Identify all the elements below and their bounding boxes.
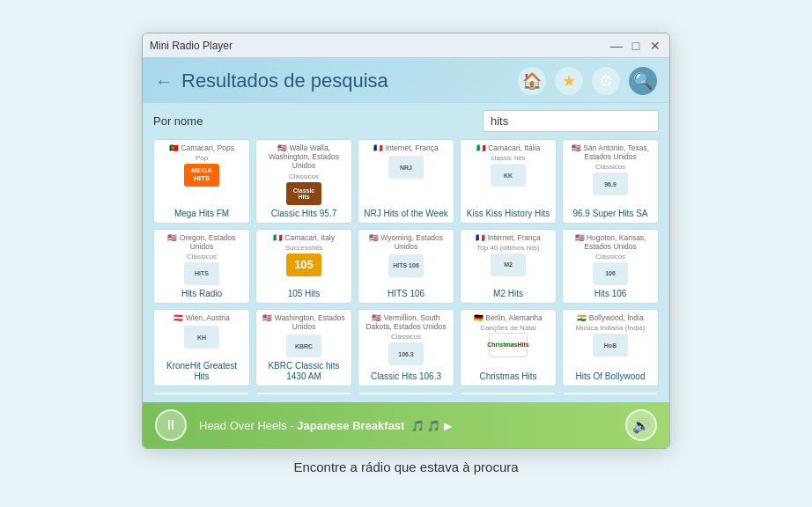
search-row: Por nome bbox=[153, 110, 659, 132]
station-location: 🇺🇸 Oregon, Estados Unidos bbox=[158, 233, 246, 251]
station-location: 🇮🇳 Bollywood, Índia bbox=[566, 313, 654, 322]
station-category: Clássicos bbox=[289, 173, 319, 180]
artist-name: Japanese Breakfast bbox=[297, 419, 404, 432]
station-card[interactable]: 🇺🇸 Sioux Falls, South Dakota, Estados Un… bbox=[255, 392, 352, 394]
station-location: 🇵🇹 Camacari, Pops bbox=[158, 143, 246, 152]
search-button[interactable]: 🔍 bbox=[629, 67, 657, 95]
station-name: HITS 106 bbox=[388, 289, 424, 299]
station-location: 🇩🇪 Berlin, Alemanha bbox=[464, 313, 552, 322]
home-icon: 🏠 bbox=[522, 71, 542, 91]
player-bar: ⏸ Head Over Heels - Japanese Breakfast 🎵… bbox=[143, 402, 669, 448]
home-button[interactable]: 🏠 bbox=[518, 67, 546, 95]
station-name: Kiss Kiss History Hits bbox=[467, 209, 550, 219]
station-card[interactable]: 🇫🇷 Internet, FrançaNRJNRJ Hits of the We… bbox=[358, 139, 454, 224]
station-name: Hits 106 bbox=[594, 289, 627, 299]
station-card[interactable]: 🇺🇸 Hugoton, Kansas, Estados UnidosClássi… bbox=[562, 229, 659, 304]
station-card[interactable]: 🇩🇪 Internet, Alemanha1A1A Party Hits bbox=[562, 392, 659, 394]
station-name: Hits Of Bollywood bbox=[576, 371, 646, 382]
station-card[interactable]: 🇺🇸 Vermillion, South Dakota, Estados Uni… bbox=[358, 309, 454, 386]
star-icon: ★ bbox=[562, 71, 576, 91]
station-card[interactable]: 🇩🇪 ABAntenne Bayern 80er Kulthits bbox=[153, 392, 250, 394]
caption: Encontre a rádio que estava à procura bbox=[293, 459, 518, 474]
station-logo: KH bbox=[182, 324, 221, 350]
station-card[interactable]: 🇩🇪 Berlin, AlemanhaCanções de NatalChris… bbox=[460, 309, 557, 386]
titlebar-controls: — □ ✕ bbox=[609, 39, 662, 53]
station-card[interactable]: 🇺🇸 San Antonio, Texas, Estados UnidosClá… bbox=[562, 139, 659, 224]
station-name: Classic Hits 106.3 bbox=[371, 371, 441, 382]
titlebar: Mini Radio Player — □ ✕ bbox=[143, 33, 669, 58]
app-window: Mini Radio Player — □ ✕ ← Resultados de … bbox=[142, 33, 670, 449]
station-location: 🇫🇷 Internet, França bbox=[464, 233, 552, 242]
station-card[interactable]: 🇺🇸 Walla Walla, Washington, Estados Unid… bbox=[255, 139, 352, 224]
pause-icon: ⏸ bbox=[164, 417, 178, 433]
station-card[interactable]: 🇫🇷 Internet, FrançaTop 40 (últimos hits)… bbox=[460, 229, 557, 304]
station-category: Successhits bbox=[285, 244, 323, 252]
station-card[interactable]: 🇺🇸 Washington, Estados UnidosKBRCKBRC Cl… bbox=[255, 309, 352, 386]
station-name: Hits Radio bbox=[181, 289, 222, 299]
search-input[interactable] bbox=[483, 110, 659, 132]
close-button[interactable]: ✕ bbox=[648, 39, 662, 53]
station-logo: Classic Hits bbox=[284, 180, 323, 207]
station-logo: HITS 106 bbox=[387, 253, 425, 279]
station-card[interactable]: 🇩🇪 Internet, Alemanha1A1A 2000er Hits bbox=[358, 392, 454, 394]
station-card[interactable]: 🇮🇹 Camacari, Itáliaclassic hitsKKKiss Ki… bbox=[460, 139, 557, 224]
content-area: Por nome 🇵🇹 Camacari, PopsPopMEGA HITSMe… bbox=[143, 103, 669, 402]
station-category: Clássicos bbox=[187, 253, 217, 261]
station-location: 🇮🇹 Camacari, Italy bbox=[260, 233, 348, 242]
pause-button[interactable]: ⏸ bbox=[155, 409, 187, 441]
station-logo: KK bbox=[489, 162, 528, 188]
station-card[interactable]: 🇺🇸 Oregon, Estados UnidosClássicosHITSHi… bbox=[153, 229, 250, 304]
station-name: NRJ Hits of the Week bbox=[364, 209, 447, 219]
header-icons: 🏠 ★ ⚙ 🔍 bbox=[518, 67, 657, 95]
station-card[interactable]: 🇮🇹 Camacari, ItalySuccesshits105105 Hits bbox=[255, 229, 352, 304]
maximize-button[interactable]: □ bbox=[629, 39, 643, 53]
station-location: 🇺🇸 Vermillion, South Dakota, Estados Uni… bbox=[362, 313, 450, 331]
station-name: KBRC Classic hits 1430 AM bbox=[260, 361, 348, 382]
volume-button[interactable]: 🔊 bbox=[625, 409, 657, 441]
player-extra-icons: 🎵 🎵 ▶ bbox=[411, 420, 452, 432]
station-location: 🇺🇸 Walla Walla, Washington, Estados Unid… bbox=[260, 143, 348, 171]
station-category: Pop bbox=[196, 154, 208, 162]
station-logo: NRJ bbox=[387, 154, 425, 180]
settings-button[interactable]: ⚙ bbox=[592, 67, 620, 95]
station-category: Clássicos bbox=[595, 253, 625, 261]
station-logo: ChristmasHits bbox=[489, 332, 528, 358]
screenshot-wrapper: Mini Radio Player — □ ✕ ← Resultados de … bbox=[142, 33, 670, 474]
station-location: 🇦🇹 Wien, Austria bbox=[158, 313, 246, 322]
station-logo: 106.3 bbox=[387, 341, 425, 367]
station-location: 🇺🇸 Hugoton, Kansas, Estados Unidos bbox=[566, 233, 654, 251]
station-category: Clássicos bbox=[595, 163, 625, 171]
station-card[interactable]: 🇦🇹 Wien, AustriaKHKroneHit Greatest Hits bbox=[153, 309, 250, 386]
volume-icon: 🔊 bbox=[632, 417, 650, 434]
now-playing: Head Over Heels - Japanese Breakfast 🎵 🎵… bbox=[199, 419, 613, 432]
station-logo: M2 bbox=[489, 252, 528, 278]
station-category: classic hits bbox=[491, 154, 526, 162]
filter-label: Por nome bbox=[153, 114, 203, 128]
station-location: 🇺🇸 Wyoming, Estados Unidos bbox=[362, 233, 450, 251]
station-name: Mega Hits FM bbox=[174, 209, 229, 219]
station-logo: 106 bbox=[591, 261, 630, 287]
station-logo: KBRC bbox=[284, 333, 323, 359]
gear-icon: ⚙ bbox=[599, 71, 613, 91]
station-card[interactable]: 🇺🇸 Wyoming, Estados UnidosHITS 106HITS 1… bbox=[358, 229, 454, 304]
station-logo: MEGA HITS bbox=[182, 162, 221, 188]
back-button[interactable]: ← bbox=[155, 72, 173, 90]
station-category: Canções de Natal bbox=[480, 324, 536, 332]
page-title: Resultados de pesquisa bbox=[181, 70, 388, 92]
station-location: 🇫🇷 Internet, França bbox=[362, 143, 450, 152]
window-title: Mini Radio Player bbox=[150, 40, 609, 52]
favorites-button[interactable]: ★ bbox=[555, 67, 583, 95]
search-input-wrapper bbox=[483, 110, 659, 132]
station-name: Classic Hits 95.7 bbox=[271, 209, 336, 219]
station-category: Clássicos bbox=[391, 333, 421, 341]
station-card[interactable]: 🇵🇹 Camacari, PopsPopMEGA HITSMega Hits F… bbox=[153, 139, 250, 224]
station-location: 🇺🇸 Washington, Estados Unidos bbox=[260, 313, 348, 331]
app-header: ← Resultados de pesquisa 🏠 ★ ⚙ 🔍 bbox=[143, 58, 669, 103]
minimize-button[interactable]: — bbox=[609, 39, 624, 53]
station-name: KroneHit Greatest Hits bbox=[158, 361, 246, 382]
station-logo: HoB bbox=[591, 332, 630, 358]
station-card[interactable]: 🇬🇧 Nacional, Reino UnidoRockLHHLaser Hot… bbox=[460, 392, 557, 394]
station-card[interactable]: 🇮🇳 Bollywood, ÍndiaMúsica Indiana (Índia… bbox=[562, 309, 659, 386]
station-location: 🇮🇹 Camacari, Itália bbox=[464, 143, 552, 152]
track-title: Head Over Heels bbox=[199, 419, 287, 432]
